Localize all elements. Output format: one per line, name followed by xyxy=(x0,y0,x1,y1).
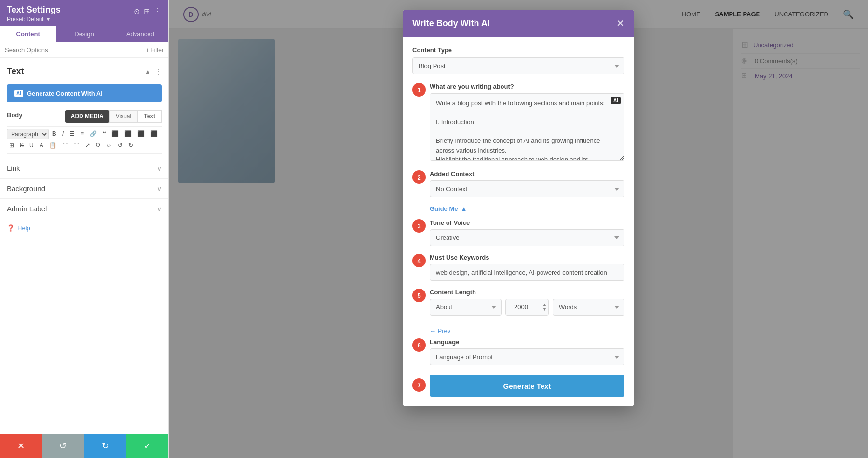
add-media-button[interactable]: ADD MEDIA xyxy=(65,110,109,123)
step-1-label: What are you writing about? xyxy=(430,83,624,90)
guide-me-row[interactable]: Guide Me ▲ xyxy=(412,205,624,212)
paragraph-select[interactable]: Paragraph xyxy=(7,129,49,139)
content-type-group: Content Type Blog Post xyxy=(412,46,624,74)
align-right-icon[interactable]: ⬛ xyxy=(135,129,147,139)
keywords-input[interactable] xyxy=(430,264,624,281)
link-chevron-icon: ∨ xyxy=(157,165,162,172)
save-button[interactable]: ✓ xyxy=(126,434,168,458)
step-6-row: 6 Language Language of Prompt xyxy=(412,338,624,365)
tab-visual[interactable]: Visual xyxy=(109,110,137,123)
table-icon[interactable]: ⊞ xyxy=(7,140,16,152)
modal-overlay: Write Body With AI ✕ Content Type Blog P… xyxy=(169,0,868,458)
fullscreen-editor-icon[interactable]: ⤢ xyxy=(83,140,93,152)
prev-link[interactable]: ← Prev xyxy=(430,323,624,338)
link-label: Link xyxy=(7,164,20,172)
step-1-badge: 1 xyxy=(412,83,426,97)
content-type-select[interactable]: Blog Post xyxy=(412,57,624,74)
emoji-icon[interactable]: ☺ xyxy=(104,140,114,152)
help-label: Help xyxy=(17,224,30,232)
step-6-label: Language xyxy=(430,338,624,346)
filter-button[interactable]: + Filter xyxy=(146,47,163,54)
panel-body: Text ▲ ⋮ AI Generate Content With AI Bod… xyxy=(0,58,168,434)
step-4-row: 4 Must Use Keywords xyxy=(412,254,624,281)
generate-content-button[interactable]: AI Generate Content With AI xyxy=(7,84,162,102)
step-1-textarea-wrapper: AI xyxy=(430,93,624,163)
align-left-icon[interactable]: ⬛ xyxy=(109,129,121,139)
ai-badge: AI xyxy=(14,90,23,97)
step-1-content: What are you writing about? AI xyxy=(430,83,624,163)
step-7-row: 7 Generate Text xyxy=(412,373,624,397)
bottom-bar: ✕ ↺ ↻ ✓ xyxy=(0,434,168,458)
align-center-icon[interactable]: ⬛ xyxy=(122,129,134,139)
arrow-down-icon[interactable]: ▼ xyxy=(542,307,547,312)
redo-icon[interactable]: ↻ xyxy=(126,140,136,152)
step-7-badge: 7 xyxy=(412,378,426,392)
step-3-content: Tone of Voice Creative xyxy=(430,219,624,246)
undo-icon[interactable]: ↺ xyxy=(115,140,125,152)
step-4-badge: 4 xyxy=(412,254,426,267)
step-3-row: 3 Tone of Voice Creative xyxy=(412,219,624,246)
tab-text-view[interactable]: Text xyxy=(137,110,162,123)
added-context-select[interactable]: No Context xyxy=(430,180,624,197)
length-about-select[interactable]: About xyxy=(430,299,502,316)
background-section[interactable]: Background ∨ xyxy=(0,178,168,198)
step-4-label: Must Use Keywords xyxy=(430,254,624,261)
outdent-icon[interactable]: ⌒ xyxy=(71,140,82,152)
special-char-icon[interactable]: Ω xyxy=(94,140,103,152)
step-5-badge: 5 xyxy=(412,289,426,302)
search-input[interactable] xyxy=(5,46,143,54)
quote-icon[interactable]: ❝ xyxy=(100,129,108,139)
modal-close-button[interactable]: ✕ xyxy=(616,17,624,29)
color-icon[interactable]: A xyxy=(37,140,46,152)
guide-me-arrow-icon: ▲ xyxy=(461,205,467,212)
strikethrough-icon[interactable]: S xyxy=(17,140,26,152)
generate-text-button[interactable]: Generate Text xyxy=(430,375,624,397)
layout-icon[interactable]: ⊞ xyxy=(144,7,150,16)
fullscreen-icon[interactable]: ⊙ xyxy=(134,7,140,16)
undo-button[interactable]: ↺ xyxy=(42,434,84,458)
length-words-select[interactable]: Words xyxy=(553,299,624,316)
text-section-title: Text xyxy=(7,67,24,77)
ul-icon[interactable]: ☰ xyxy=(67,129,77,139)
tone-of-voice-select[interactable]: Creative xyxy=(430,229,624,246)
section-header-icons: ▲ ⋮ xyxy=(144,68,162,76)
indent-icon[interactable]: ⌒ xyxy=(60,140,70,152)
ai-icon: AI xyxy=(611,97,621,104)
step-2-label: Added Context xyxy=(430,170,624,178)
panel-tabs: Content Design Advanced xyxy=(0,26,168,42)
section-more-icon[interactable]: ⋮ xyxy=(155,68,162,76)
tab-content[interactable]: Content xyxy=(0,26,56,42)
search-bar: + Filter xyxy=(0,42,168,58)
tab-advanced[interactable]: Advanced xyxy=(112,26,168,42)
close-button[interactable]: ✕ xyxy=(0,434,42,458)
tab-design[interactable]: Design xyxy=(56,26,112,42)
panel-icons: ⊙ ⊞ ⋮ xyxy=(134,7,162,16)
panel-title: Text Settings xyxy=(7,5,61,15)
help-row[interactable]: ❓ Help xyxy=(0,219,168,237)
help-icon: ❓ xyxy=(7,224,14,232)
text-section-header: Text ▲ ⋮ xyxy=(0,63,168,81)
redo-button[interactable]: ↻ xyxy=(84,434,126,458)
step-1-row: 1 What are you writing about? AI xyxy=(412,83,624,163)
step-3-badge: 3 xyxy=(412,219,426,233)
generate-btn-label: Generate Content With AI xyxy=(27,90,103,97)
guide-me-label: Guide Me xyxy=(430,205,458,212)
link-section[interactable]: Link ∨ xyxy=(0,158,168,178)
modal-title: Write Body With AI xyxy=(412,18,490,28)
modal-header: Write Body With AI ✕ xyxy=(403,10,634,37)
underline-icon[interactable]: U xyxy=(27,140,36,152)
step-5-label: Content Length xyxy=(430,289,624,296)
bold-icon[interactable]: B xyxy=(50,129,59,139)
background-chevron-icon: ∨ xyxy=(157,185,162,193)
ol-icon[interactable]: ≡ xyxy=(78,129,86,139)
align-justify-icon[interactable]: ⬛ xyxy=(148,129,160,139)
admin-label-section[interactable]: Admin Label ∨ xyxy=(0,198,168,219)
more-icon[interactable]: ⋮ xyxy=(154,7,162,16)
topic-textarea[interactable] xyxy=(430,93,624,161)
italic-icon[interactable]: I xyxy=(60,129,66,139)
language-select[interactable]: Language of Prompt xyxy=(430,348,624,365)
paste-icon[interactable]: 📋 xyxy=(47,140,59,152)
collapse-icon[interactable]: ▲ xyxy=(144,68,151,76)
step-3-label: Tone of Voice xyxy=(430,219,624,226)
link-icon[interactable]: 🔗 xyxy=(87,129,99,139)
